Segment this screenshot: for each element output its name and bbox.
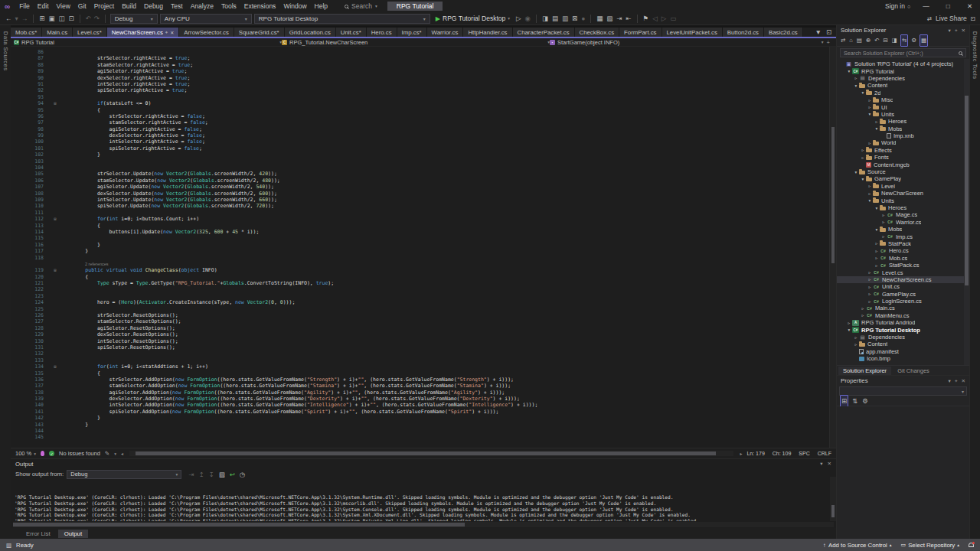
immediate-window-icon[interactable]: ▥	[561, 13, 569, 24]
tree-expander-icon[interactable]: ▹	[874, 249, 880, 253]
tree-item-source[interactable]: ▾Source	[837, 168, 969, 175]
outdent-icon[interactable]: ⇤	[625, 13, 632, 24]
tree-item-mage-cs[interactable]: ▹C#Mage.cs	[837, 211, 969, 218]
tree-item-mobs[interactable]: ▾Mobs	[837, 126, 969, 132]
tree-item-app-manifest[interactable]: app.manifest	[837, 348, 969, 355]
fold-collapse-icon[interactable]: ⊟	[49, 364, 61, 370]
feedback-icon[interactable]: ⊡	[971, 15, 975, 22]
tree-expander-icon[interactable]: ▹	[860, 306, 866, 311]
tree-expander-icon[interactable]: ▾	[853, 83, 859, 88]
next-bookmark-icon[interactable]: ▷	[661, 13, 668, 24]
tree-expander-icon[interactable]: ▹	[867, 105, 873, 109]
document-tab-mob-cs[interactable]: Mob.cs*	[11, 28, 42, 37]
document-tab-formpart-cs[interactable]: FormPart.cs	[619, 28, 662, 37]
editor-horizontal-scrollbar[interactable]	[129, 451, 733, 456]
tree-expander-icon[interactable]: ▹	[867, 285, 873, 289]
tree-expander-icon[interactable]: ▹	[874, 263, 880, 268]
output-vertical-scrollbar[interactable]	[830, 477, 836, 521]
menu-build[interactable]: Build	[118, 0, 140, 12]
zoom-select[interactable]: 100 % ▾	[15, 450, 36, 457]
se-close-icon[interactable]: ✕	[962, 28, 965, 34]
props-close-icon[interactable]: ✕	[962, 378, 965, 384]
tree-item-newcharscreen-cs[interactable]: ▹C#NewCharScreen.cs	[837, 276, 969, 283]
tree-item-level-cs[interactable]: ▹C#Level.cs	[837, 269, 969, 276]
changes-filter-icon[interactable]: ▤	[856, 35, 863, 46]
bookmark-icon[interactable]: ⚑	[642, 13, 650, 24]
prev-bookmark-icon[interactable]: ◁	[652, 13, 658, 24]
document-tab-button2d-cs[interactable]: Button2d.cs	[723, 28, 764, 37]
document-tab-gridlocation-cs[interactable]: GridLocation.cs	[285, 28, 336, 37]
tree-expander-icon[interactable]: ▹	[874, 241, 880, 246]
props-window-position-icon[interactable]: ▾	[949, 378, 951, 384]
menu-tools[interactable]: Tools	[217, 0, 240, 12]
select-repository-button[interactable]: ▭ Select Repository ▴	[901, 542, 960, 549]
tree-item-fonts[interactable]: ▹Fonts	[837, 154, 969, 161]
menu-git[interactable]: Git	[74, 0, 90, 12]
breadcrumb-type[interactable]: C RPG_Tutorial.NewCharScreen ▾	[282, 39, 550, 46]
output-log[interactable]: 'RPG Tutorial Desktop.exe' (CoreCLR: clr…	[11, 477, 836, 521]
tree-item-rpg-tutorial-desktop[interactable]: ▾C#RPG Tutorial Desktop	[837, 326, 969, 333]
tree-item-newcharscreen[interactable]: ▹NewCharScreen	[837, 190, 969, 197]
hot-reload-toolbar-icon[interactable]: ◉	[524, 13, 531, 24]
se-window-position-icon[interactable]: ▾	[949, 28, 951, 34]
se-pin-icon[interactable]: ⌖	[955, 28, 958, 34]
menu-file[interactable]: File	[15, 0, 34, 12]
tree-item-ui[interactable]: ▹UI	[837, 103, 969, 110]
show-all-files-icon[interactable]: ▦	[920, 34, 928, 47]
sync-selection-icon[interactable]: ⇄	[840, 35, 846, 46]
indent-icon[interactable]: ⇥	[616, 13, 622, 24]
tree-expander-icon[interactable]: ▾	[860, 90, 866, 95]
editor-vertical-scrollbar[interactable]	[829, 47, 836, 448]
preview-selected-icon[interactable]: ◨	[891, 35, 898, 46]
solution-platform-select[interactable]: Any CPU▾	[160, 14, 252, 24]
wrench-icon[interactable]: ⚙	[910, 35, 917, 46]
tree-item-level[interactable]: ▹Level	[837, 183, 969, 190]
tree-expander-icon[interactable]: ▹	[867, 141, 873, 145]
breadcrumb-project[interactable]: C# RPG Tutorial ▾	[14, 39, 282, 46]
tree-item-heroes[interactable]: ▹Heroes	[837, 118, 969, 125]
tree-expander-icon[interactable]: ▹	[867, 299, 873, 304]
save-icon[interactable]: ◫	[57, 13, 65, 24]
document-tab-checkbox-cs[interactable]: CheckBox.cs	[575, 28, 620, 37]
background-tasks-icon[interactable]: ▥	[6, 542, 11, 549]
pane-tab-solution-explorer[interactable]: Solution Explorer	[838, 367, 891, 375]
codelens-references[interactable]: 2 references	[11, 261, 829, 267]
close-tab-icon[interactable]: ✕	[170, 30, 174, 35]
tree-expander-icon[interactable]: ▹	[860, 148, 866, 152]
tree-item-main-cs[interactable]: ▹C#Main.cs	[837, 305, 969, 311]
tree-expander-icon[interactable]: ▹	[867, 292, 873, 296]
document-tab-level-cs[interactable]: Level.cs*	[73, 28, 107, 37]
add-to-source-control-button[interactable]: ↑ Add to Source Control ▴	[823, 542, 891, 549]
tree-item-rpg-tutorial[interactable]: ▾C#RPG Tutorial	[837, 67, 969, 74]
tree-item-imp-xnb[interactable]: Imp.xnb	[837, 132, 969, 139]
tree-item-gameplay[interactable]: ▾GamePlay	[837, 175, 969, 182]
save-all-icon[interactable]: ⊡	[67, 13, 74, 24]
error-list-icon[interactable]: ⊠	[571, 13, 578, 24]
comment-icon[interactable]: ▦	[596, 13, 603, 24]
data-sources-tab[interactable]: Data Sources	[2, 31, 9, 70]
tree-expander-icon[interactable]: ▾	[846, 69, 852, 73]
tree-expander-icon[interactable]: ▹	[874, 256, 880, 260]
hscroll-right-arrow-icon[interactable]: ▸	[740, 451, 742, 456]
tree-item-rpg-tutorial-andriod[interactable]: ▹ARPG Tutorial Andriod	[837, 319, 969, 326]
tree-item-gameplay-cs[interactable]: ▹C#GamePlay.cs	[837, 291, 969, 298]
start-without-debugging-icon[interactable]: ▷	[515, 13, 522, 24]
minimize-button[interactable]: —	[918, 2, 934, 10]
document-tab-warrior-cs[interactable]: Warrior.cs	[427, 28, 464, 37]
tree-item-content-mgcb[interactable]: MContent.mgcb	[837, 161, 969, 168]
tree-item-statpack-cs[interactable]: ▹C#StatPack.cs	[837, 262, 969, 269]
tree-item-statpack[interactable]: ▹StatPack	[837, 240, 969, 247]
tab-list-dropdown-icon[interactable]: ▼	[814, 27, 822, 37]
hot-reload-icon[interactable]	[41, 451, 44, 456]
tree-expander-icon[interactable]: ▹	[867, 277, 873, 282]
tree-item-2d[interactable]: ▾2d	[837, 90, 969, 96]
document-tab-arrowselector-cs[interactable]: ArrowSelector.cs	[179, 28, 234, 37]
tree-item-units[interactable]: ▾Units	[837, 197, 969, 204]
tree-expander-icon[interactable]: ▹	[853, 335, 859, 340]
solution-explorer-search-input[interactable]: Search Solution Explorer (Ctrl+;)	[840, 48, 966, 57]
notifications-bell-icon[interactable]	[969, 543, 974, 547]
breakpoints-icon[interactable]: ●	[580, 13, 586, 24]
new-file-icon[interactable]: ⊞	[38, 13, 45, 24]
document-tab-squaregrid-cs[interactable]: SquareGrid.cs*	[234, 28, 285, 37]
undo-tree-icon[interactable]: ↶	[874, 35, 880, 46]
